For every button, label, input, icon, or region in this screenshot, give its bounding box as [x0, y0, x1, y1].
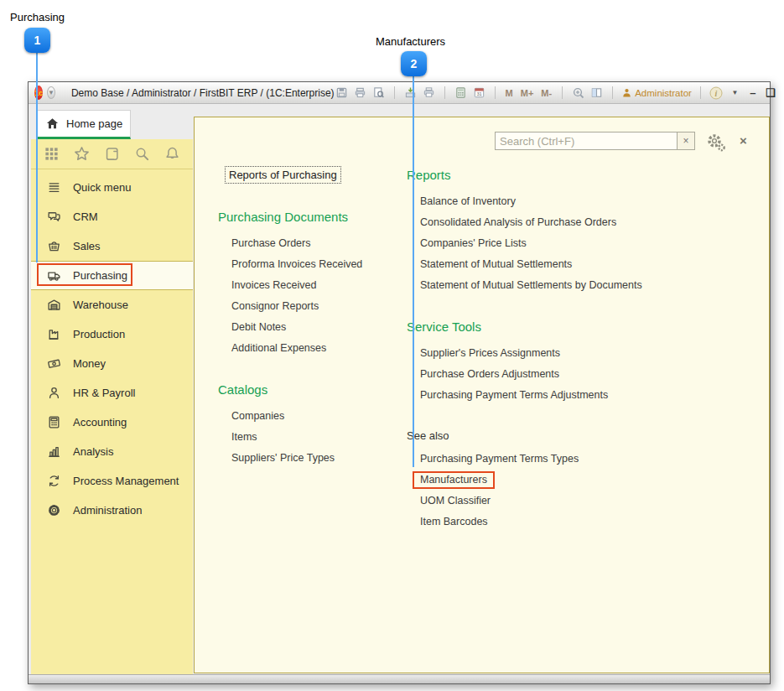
- link-companies[interactable]: Companies: [231, 406, 398, 427]
- section-see-also: See alsoPurchasing Payment Terms TypesMa…: [407, 429, 759, 533]
- memory-m-minus-button[interactable]: M-: [539, 88, 553, 98]
- link-purchasing-payment-terms-adjustments[interactable]: Purchasing Payment Terms Adjustments: [420, 385, 759, 406]
- star-icon[interactable]: [74, 146, 90, 162]
- maximize-button[interactable]: ❑: [764, 87, 777, 99]
- link-additional-expenses[interactable]: Additional Expenses: [231, 338, 398, 359]
- callout-label-manufacturers: Manufacturers: [376, 35, 445, 48]
- search-icon[interactable]: [134, 146, 150, 162]
- link-items[interactable]: Items: [231, 427, 398, 448]
- sidebar-item-label: Process Management: [73, 475, 179, 487]
- link-item-barcodes[interactable]: Item Barcodes: [420, 512, 759, 533]
- reports-of-purchasing-link[interactable]: Reports of Purchasing: [225, 166, 341, 184]
- callout-label-purchasing: Purchasing: [10, 11, 65, 23]
- user-name: Administrator: [635, 88, 692, 98]
- link-purchasing-payment-terms-types[interactable]: Purchasing Payment Terms Types: [420, 449, 759, 470]
- warehouse-icon: [47, 298, 61, 312]
- sidebar-item-warehouse[interactable]: Warehouse: [31, 290, 193, 320]
- export-icon[interactable]: [422, 86, 436, 100]
- chevron-down-icon[interactable]: ▼: [728, 86, 742, 100]
- sidebar-item-crm[interactable]: CRM: [31, 202, 193, 231]
- sidebar: Quick menuCRMSalesPurchasingWarehousePro…: [31, 169, 193, 674]
- section-title: See also: [407, 429, 759, 442]
- sidebar-item-label: Sales: [73, 240, 101, 252]
- sidebar-item-label: HR & Payroll: [73, 387, 135, 399]
- section-title: Catalogs: [218, 382, 398, 397]
- link-suppliers-price-types[interactable]: Suppliers' Price Types: [231, 448, 398, 469]
- callout-line-1: [36, 50, 38, 262]
- highlight-frame: Manufacturers: [413, 471, 495, 489]
- import-icon[interactable]: [403, 86, 418, 100]
- sidebar-item-label: Money: [73, 357, 106, 370]
- panel-settings-gear-icon[interactable]: [706, 132, 726, 153]
- home-page-panel: × × Reports of Purchasing Purchasing Doc…: [194, 117, 770, 673]
- zoom-in-icon[interactable]: [571, 86, 585, 100]
- link-purchase-orders-adjustments[interactable]: Purchase Orders Adjustments: [420, 364, 759, 385]
- tab-label: Home page: [66, 117, 122, 130]
- print-preview-icon[interactable]: [371, 86, 386, 100]
- tab-home-page[interactable]: Home page: [36, 110, 131, 139]
- link-proforma-invoices-received[interactable]: Proforma Invoices Received: [231, 254, 398, 275]
- svg-text:31: 31: [476, 91, 481, 96]
- callout-badge-2: 2: [401, 51, 427, 76]
- sidebar-item-money[interactable]: Money: [31, 349, 193, 378]
- section-title: Purchasing Documents: [218, 210, 398, 224]
- link-invoices-received[interactable]: Invoices Received: [231, 275, 398, 296]
- status-bar: [29, 674, 770, 683]
- basket-icon: [47, 239, 61, 253]
- sidebar-item-administration[interactable]: Administration: [31, 496, 193, 525]
- chat-icon: [47, 210, 61, 224]
- sidebar-item-purchasing[interactable]: Purchasing: [31, 261, 193, 290]
- current-user-button[interactable]: Administrator: [621, 87, 692, 98]
- save-icon[interactable]: [335, 86, 349, 100]
- sidebar-item-sales[interactable]: Sales: [31, 231, 193, 261]
- link-uom-classifier[interactable]: UOM Classifier: [420, 491, 759, 512]
- section-reports: ReportsBalance of InventoryConsolidated …: [407, 168, 759, 296]
- sidebar-item-quick-menu[interactable]: Quick menu: [31, 173, 193, 202]
- window-title: Demo Base / Administrator / FirstBIT ERP…: [71, 87, 335, 99]
- history-icon[interactable]: [104, 146, 120, 162]
- titlebar: 1c ▼ Demo Base / Administrator / FirstBI…: [29, 82, 770, 104]
- calculator-icon: [47, 415, 61, 429]
- sidebar-item-production[interactable]: Production: [31, 320, 193, 349]
- sidebar-item-hr-payroll[interactable]: HR & Payroll: [31, 378, 193, 408]
- search-clear-icon[interactable]: ×: [678, 132, 695, 150]
- calculator-icon[interactable]: [454, 86, 468, 100]
- section-title: Reports: [407, 168, 759, 182]
- person-icon: [47, 386, 61, 400]
- link-consolidated-analysis-of-purchase-orders[interactable]: Consolidated Analysis of Purchase Orders: [420, 212, 759, 233]
- link-debit-notes[interactable]: Debit Notes: [231, 317, 398, 338]
- content-column-right: ReportsBalance of InventoryConsolidated …: [407, 166, 759, 533]
- nav-icon-strip: [31, 139, 193, 169]
- bell-icon[interactable]: [164, 146, 180, 162]
- link-supplier-s-prices-assignments[interactable]: Supplier's Prices Assignments: [420, 343, 759, 364]
- sidebar-item-accounting[interactable]: Accounting: [31, 408, 193, 437]
- grid-icon[interactable]: [44, 146, 60, 162]
- panel-close-icon[interactable]: ×: [740, 133, 747, 148]
- sidebar-item-label: Analysis: [73, 445, 113, 458]
- link-purchase-orders[interactable]: Purchase Orders: [231, 233, 398, 254]
- link-manufacturers[interactable]: Manufacturers: [420, 470, 759, 491]
- sidebar-item-label: Purchasing: [73, 269, 127, 282]
- minimize-button[interactable]: –: [746, 87, 760, 99]
- search-input[interactable]: [495, 132, 678, 150]
- system-menu-chevron-icon[interactable]: ▼: [47, 86, 55, 99]
- section-purchasing-documents: Purchasing DocumentsPurchase OrdersProfo…: [218, 210, 398, 359]
- sidebar-item-label: Administration: [73, 504, 142, 517]
- section-service-tools: Service ToolsSupplier's Prices Assignmen…: [407, 320, 759, 406]
- truck-icon: [47, 268, 61, 283]
- link-statement-of-mutual-settlements[interactable]: Statement of Mutual Settlements: [420, 254, 759, 275]
- link-companies-price-lists[interactable]: Companies' Price Lists: [420, 233, 759, 254]
- split-window-icon[interactable]: [589, 86, 604, 100]
- calendar-icon[interactable]: 31: [472, 86, 486, 100]
- info-icon[interactable]: i: [709, 86, 724, 100]
- link-balance-of-inventory[interactable]: Balance of Inventory: [420, 191, 759, 212]
- sidebar-item-process-management[interactable]: Process Management: [31, 466, 193, 496]
- memory-m-plus-button[interactable]: M+: [519, 88, 536, 98]
- sidebar-item-analysis[interactable]: Analysis: [31, 437, 193, 466]
- link-consignor-reports[interactable]: Consignor Reports: [231, 296, 398, 317]
- gear-icon: [47, 503, 61, 517]
- print-icon[interactable]: [353, 86, 367, 100]
- link-statement-of-mutual-settlements-by-documents[interactable]: Statement of Mutual Settlements by Docum…: [420, 275, 759, 296]
- memory-m-button[interactable]: M: [504, 88, 515, 98]
- home-icon: [46, 117, 59, 130]
